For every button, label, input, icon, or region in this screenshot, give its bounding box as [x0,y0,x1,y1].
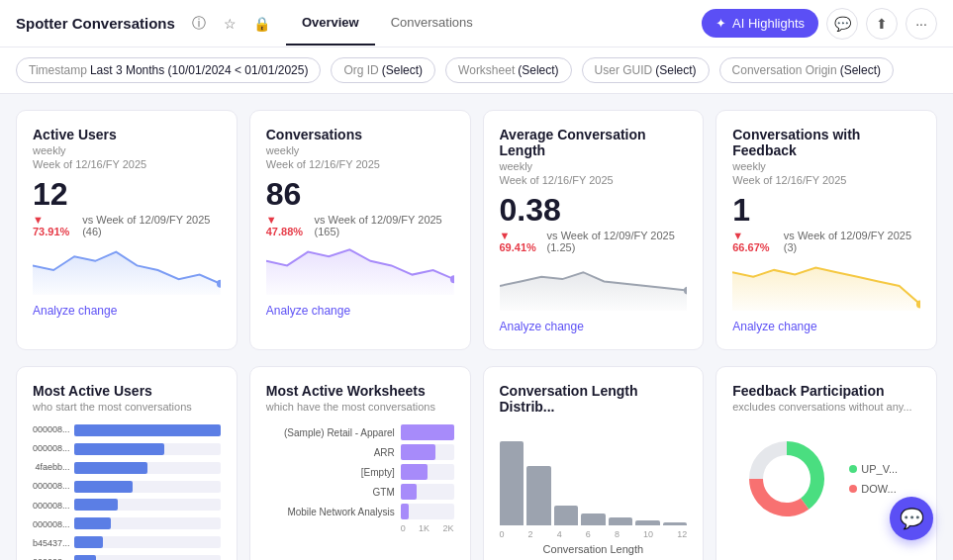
bottom-card-1: Most Active Worksheets which have the mo… [249,366,471,560]
metric-value-0: 12 [33,178,221,210]
metric-value-2: 0.38 [500,194,688,226]
metric-value-3: 1 [732,194,920,226]
metrics-row: Active Users weekly Week of 12/16/FY 202… [0,94,953,366]
filter-chip-0[interactable]: TimestampLast 3 Months (10/01/2024 < 01/… [16,57,321,83]
metric-subtitle-2: weekly [500,160,688,172]
metric-chart-1 [266,245,454,295]
metric-chart-3 [732,261,920,311]
bottom-subtitle-0: who start the most conversations [33,401,221,413]
bottom-card-2: Conversation Length Distrib... 024681012… [483,366,705,560]
bottom-title-3: Feedback Participation [732,383,920,399]
upload-icon-btn[interactable]: ⬆ [866,8,898,40]
bottom-cards-row: Most Active Users who start the most con… [0,366,953,560]
metric-card-0: Active Users weekly Week of 12/16/FY 202… [16,110,238,350]
star-icon[interactable]: ☆ [219,12,242,36]
filter-chip-1[interactable]: Org ID(Select) [331,57,435,83]
filter-chip-3[interactable]: User GUID(Select) [582,57,710,83]
metric-chart-2 [500,261,688,311]
bottom-card-0: Most Active Users who start the most con… [16,366,238,560]
ai-btn-label: AI Highlights [732,16,805,31]
analyze-link-0[interactable]: Analyze change [33,304,117,318]
metric-chart-0 [33,245,221,295]
metric-period-1: Week of 12/16/FY 2025 [266,158,454,170]
tab-overview[interactable]: Overview [286,1,375,46]
metric-period-2: Week of 12/16/FY 2025 [500,174,688,186]
filter-chip-4[interactable]: Conversation Origin(Select) [719,57,894,83]
ai-highlights-button[interactable]: ✦ AI Highlights [702,9,818,38]
metric-subtitle-3: weekly [732,160,920,172]
metric-title-2: Average Conversation Length [500,127,688,158]
header-left: Spotter Conversations ⓘ ☆ 🔒 Overview Con… [16,1,489,46]
analyze-link-3[interactable]: Analyze change [732,320,816,333]
svg-marker-4 [500,272,688,311]
metric-title-1: Conversations [266,127,454,142]
bottom-subtitle-1: which have the most conversations [266,401,454,413]
metric-card-1: Conversations weekly Week of 12/16/FY 20… [249,110,471,350]
metric-subtitle-1: weekly [266,144,454,156]
metric-card-2: Average Conversation Length weekly Week … [483,110,705,350]
filter-chip-2[interactable]: Worksheet(Select) [445,57,571,83]
lock-icon[interactable]: 🔒 [250,12,274,36]
bottom-title-1: Most Active Worksheets [266,383,454,399]
header: Spotter Conversations ⓘ ☆ 🔒 Overview Con… [0,0,953,47]
header-icons: ⓘ ☆ 🔒 [187,12,274,36]
metric-title-0: Active Users [33,127,221,142]
bottom-subtitle-3: excludes conversations without any... [732,401,920,413]
info-icon[interactable]: ⓘ [187,12,211,36]
metric-change-3: ▼ 66.67% vs Week of 12/09/FY 2025 (3) [732,230,920,253]
metric-change-0: ▼ 73.91% vs Week of 12/09/FY 2025 (46) [33,214,221,237]
app-title: Spotter Conversations [16,15,175,32]
tab-conversations[interactable]: Conversations [375,1,489,46]
bottom-title-2: Conversation Length Distrib... [500,383,688,415]
metric-period-3: Week of 12/16/FY 2025 [732,174,920,186]
sparkle-icon: ✦ [715,16,726,31]
metric-period-0: Week of 12/16/FY 2025 [33,158,221,170]
metric-subtitle-0: weekly [33,144,221,156]
bottom-title-0: Most Active Users [33,383,221,399]
metric-change-1: ▼ 47.88% vs Week of 12/09/FY 2025 (165) [266,214,454,237]
metric-title-3: Conversations with Feedback [732,127,920,158]
header-right: ✦ AI Highlights 💬 ⬆ ··· [702,8,937,40]
analyze-link-1[interactable]: Analyze change [266,304,350,318]
analyze-link-2[interactable]: Analyze change [500,320,584,333]
nav-tabs: Overview Conversations [286,1,489,46]
convlen-x-label: Conversation Length [500,543,688,555]
message-icon-btn[interactable]: 💬 [826,8,858,40]
more-icon-btn[interactable]: ··· [905,8,937,40]
metric-card-3: Conversations with Feedback weekly Week … [715,110,937,350]
metric-change-2: ▼ 69.41% vs Week of 12/09/FY 2025 (1.25) [500,230,688,253]
metric-value-1: 86 [266,178,454,210]
chat-button[interactable]: 💬 [890,497,933,540]
filter-bar: TimestampLast 3 Months (10/01/2024 < 01/… [0,47,953,94]
